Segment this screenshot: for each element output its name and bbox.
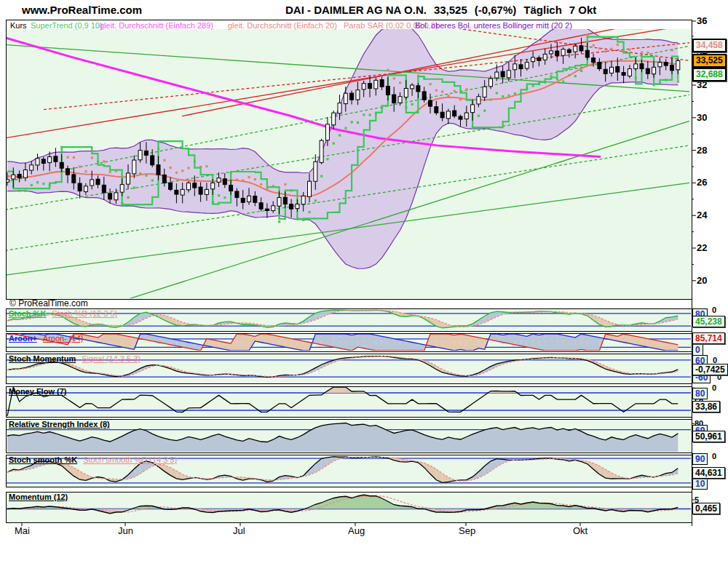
- chart-title: DAI - DAIMLER AG NA O.N.33,525(-0,67%)Tä…: [285, 4, 604, 16]
- month-label-Aug: Aug: [348, 525, 365, 536]
- value-badge-aroon: 85,714: [692, 332, 725, 344]
- panel-label-part[interactable]: Stoch %D (12 3 5): [52, 309, 117, 318]
- panel-label-part[interactable]: Aroon- (14): [43, 334, 84, 343]
- panel-label-momentum[interactable]: Momentum (12): [9, 493, 74, 501]
- last-price: 33,525: [434, 4, 467, 16]
- symbol-name: DAI - DAIMLER AG NA O.N.: [285, 4, 427, 16]
- legend-item-bollinger[interactable]: Bol. oberes Bol. unteres Bollinger mitt …: [415, 21, 572, 30]
- panel-label-part[interactable]: Stoch smooth %D (14 3 5): [83, 455, 177, 464]
- month-label-Jul: Jul: [233, 525, 245, 536]
- month-label-Mai: Mai: [15, 525, 30, 536]
- panel-label-part[interactable]: Stoch smooth %K: [9, 455, 77, 464]
- timeframe: Täglich: [523, 4, 562, 16]
- price-axis-label: 36: [697, 15, 707, 26]
- legend-item-kurs[interactable]: Kurs: [10, 21, 27, 30]
- price-change: (-0,67%): [475, 4, 517, 16]
- panel-label-part[interactable]: Money Flow (7): [9, 387, 66, 396]
- panel-label-smi[interactable]: Stoch MomentumSignal (14 3 5 3): [9, 354, 146, 363]
- panel-label-part[interactable]: Stoch Momentum: [9, 354, 76, 363]
- legend-item-ma289[interactable]: gleit. Durchschnitt (Einfach 289): [100, 21, 213, 30]
- prorealtime-window: www.ProRealTime.com DAI - DAIMLER AG NA …: [0, 0, 728, 582]
- price-axis-label: 28: [697, 145, 707, 156]
- price-axis-label: 30: [697, 112, 707, 123]
- month-label-Sep: Sep: [459, 525, 475, 536]
- legend-item-ma20[interactable]: gleit. Durchschnitt (Einfach 20): [228, 21, 337, 30]
- level-badge-stochsmooth-10: 10: [692, 478, 708, 490]
- panel-label-stoch[interactable]: Stoch %KStoch %D (12 3 5): [9, 309, 123, 318]
- month-label-Jun: Jun: [118, 525, 133, 536]
- chart-date: 7 Okt: [569, 4, 597, 16]
- price-axis-label: 26: [697, 177, 707, 188]
- panel-label-rsi[interactable]: Relative Strength Index (8): [9, 420, 116, 428]
- value-badge-smi: -0,7425: [692, 364, 728, 375]
- value-badge-stoch: 45,238: [692, 316, 725, 327]
- value-badge-moneyflow: 33,86: [692, 401, 720, 412]
- panel-label-aroon[interactable]: Aroon+Aroon- (14): [9, 334, 89, 343]
- panel-label-part[interactable]: Stoch %K: [9, 309, 46, 318]
- copyright-label: © ProRealTime.com: [9, 298, 88, 308]
- panel-tick-stoch: 0: [712, 306, 716, 314]
- panel-label-part[interactable]: Momentum (12): [9, 493, 68, 501]
- price-badge-32,688: 32,688: [692, 68, 727, 81]
- site-link[interactable]: www.ProRealTime.com: [22, 4, 142, 16]
- panel-label-part[interactable]: Signal (14 3 5 3): [82, 354, 141, 363]
- panel-tick-stochsmooth: 0: [712, 452, 716, 461]
- price-badge-34,458: 34,458: [692, 39, 727, 52]
- panel-label-moneyflow[interactable]: Money Flow (7): [9, 387, 72, 396]
- price-axis-label: 22: [697, 242, 707, 253]
- panel-tick-moneyflow: 0: [712, 383, 716, 392]
- level-badge-aroon-0: 0: [692, 344, 703, 356]
- price-badge-33,525: 33,525: [692, 54, 727, 68]
- price-axis-label: 24: [697, 210, 707, 220]
- level-badge-moneyflow-80: 80: [692, 388, 708, 399]
- value-badge-stochsmooth: 44,631: [692, 467, 725, 479]
- month-label-Okt: Okt: [573, 525, 587, 536]
- chart-canvas[interactable]: [0, 0, 728, 560]
- legend-item-supertrend[interactable]: SuperTrend (0,9 10): [31, 21, 103, 30]
- panel-label-part[interactable]: Relative Strength Index (8): [9, 420, 110, 428]
- panel-label-part[interactable]: Aroon+: [9, 334, 37, 343]
- price-axis-label: 20: [697, 275, 707, 286]
- panel-label-stochsmooth[interactable]: Stoch smooth %KStoch smooth %D (14 3 5): [9, 455, 183, 464]
- level-badge-stochsmooth-90: 90: [692, 453, 708, 465]
- value-badge-momentum: 0,465: [692, 503, 720, 514]
- value-badge-rsi: 50,961: [692, 431, 725, 442]
